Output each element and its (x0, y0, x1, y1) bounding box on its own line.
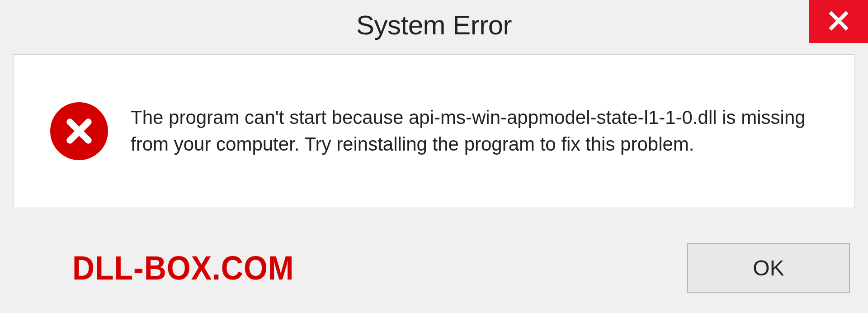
ok-button-label: OK (753, 256, 784, 280)
footer: DLL-BOX.COM OK (14, 236, 854, 299)
ok-button[interactable]: OK (687, 243, 850, 293)
error-message: The program can't start because api-ms-w… (131, 104, 827, 158)
dialog-title: System Error (356, 9, 512, 41)
watermark-text: DLL-BOX.COM (72, 249, 294, 287)
close-button[interactable] (809, 0, 868, 43)
titlebar: System Error (0, 0, 868, 50)
close-icon (828, 10, 849, 33)
error-icon-wrap (50, 102, 108, 160)
content-area: The program can't start because api-ms-w… (14, 54, 854, 208)
error-icon (50, 102, 108, 160)
error-dialog: System Error The program can't start bec… (0, 0, 868, 313)
